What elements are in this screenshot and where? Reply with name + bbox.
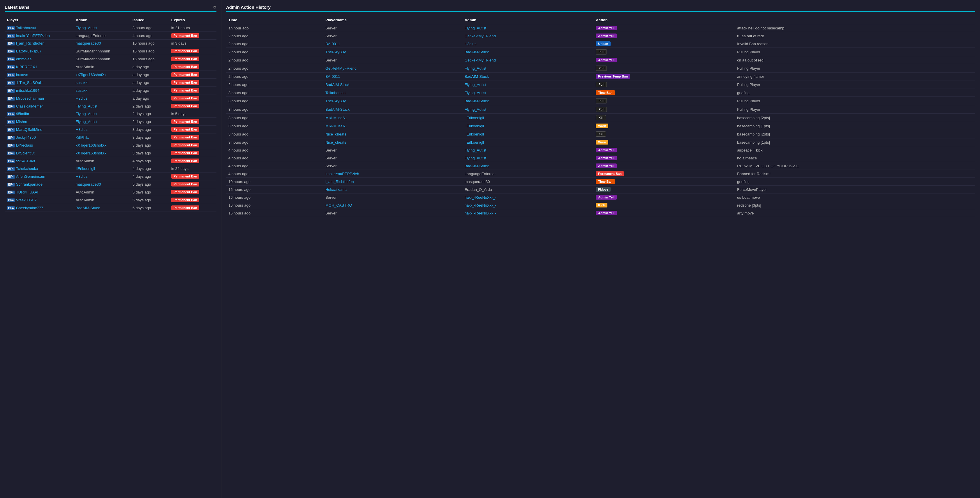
game-badge: BF4: [7, 89, 15, 93]
admin-name-link[interactable]: IlErlkoenigll: [465, 132, 484, 136]
player-cell: Server: [323, 32, 462, 40]
admin-name-link[interactable]: KillPhilx: [76, 135, 89, 140]
admin-history-heading: Admin Action History: [226, 5, 270, 10]
player-cell: BF4TURKI_UAAF: [5, 188, 73, 196]
admin-name-link[interactable]: BadAIM-Stuck: [465, 164, 489, 168]
admin-name-link[interactable]: hax-_-ReeNoXx-_-: [465, 195, 496, 200]
permanent-ban-badge: Permanent Ban: [171, 88, 200, 93]
player-name-link[interactable]: Cheekyminx777: [16, 206, 43, 210]
admin-name-link[interactable]: BadAIM-Stuck: [465, 74, 489, 79]
admin-name-link[interactable]: Flying_Autist: [465, 26, 486, 30]
admin-cell: BadAIM-Stuck: [462, 97, 594, 105]
admin-name-link[interactable]: Flying_Autist: [76, 25, 97, 30]
admin-name-link[interactable]: hax-_-ReeNoXx-_-: [465, 203, 496, 207]
admin-name-link[interactable]: GetRektMyFRiend: [465, 58, 496, 62]
expires-cell: Permanent Ban: [169, 86, 216, 94]
player-name-link[interactable]: BadAIM-Stuck: [325, 83, 350, 87]
issued-cell: 16 hours ago: [130, 47, 169, 55]
player-name-link[interactable]: Tchekchouka: [16, 166, 38, 171]
admin-name-link[interactable]: IlErlkoenigll: [465, 116, 484, 120]
admin-cell: Flying_Autist: [462, 89, 594, 97]
admin-name-link[interactable]: Flying_Autist: [76, 104, 97, 108]
player-name-link[interactable]: huxayn: [16, 73, 28, 77]
player-name-link[interactable]: BA-0011: [325, 74, 340, 79]
table-row: BF4BatbfV8sksp67SurrMaMannnnnnnn16 hours…: [5, 47, 216, 55]
admin-name-link[interactable]: Flying_Autist: [465, 107, 486, 111]
admin-name-link[interactable]: masquerade30: [76, 182, 101, 186]
admin-name-link[interactable]: Flying_Autist: [465, 148, 486, 153]
admin-name-link[interactable]: BadAIM-Stuck: [465, 99, 489, 103]
player-name-link[interactable]: 592481948: [16, 159, 35, 163]
player-name-link[interactable]: emmolaa: [16, 57, 32, 61]
admin-name-link[interactable]: BadAIM-Stuck: [465, 50, 489, 54]
player-name-link[interactable]: TURKI_UAAF: [16, 190, 40, 194]
player-name-link[interactable]: Taikahousut: [325, 91, 345, 95]
player-cell: BF4huxayn: [5, 71, 73, 79]
player-name-link[interactable]: ImakeYouPEPPzieh: [325, 172, 359, 176]
player-name-link[interactable]: Mrbosschairman: [16, 96, 44, 100]
player-name-link[interactable]: ClassicalMemer: [16, 104, 43, 108]
admin-name-link[interactable]: Flying_Autist: [465, 83, 486, 87]
admin-name-link[interactable]: IlErlkoenigll: [465, 124, 484, 128]
admin-name-link[interactable]: H3dius: [76, 174, 88, 179]
admin-cell: AutoAdmin: [73, 196, 130, 204]
player-name-link[interactable]: Hukaatkama: [325, 188, 347, 192]
player-name-link[interactable]: Jeckyll4350: [16, 135, 36, 140]
player-name-link[interactable]: GetRektMyFRiend: [325, 66, 356, 70]
admin-name-link[interactable]: susuxki: [76, 80, 88, 85]
admin-name-link[interactable]: Flying_Autist: [76, 111, 97, 116]
action-badge: Time Ban: [596, 90, 615, 95]
action-badge: FMove: [596, 187, 611, 192]
admin-name-link[interactable]: Flying_Autist: [465, 156, 486, 160]
player-name-link[interactable]: Schrankpanade: [16, 182, 43, 186]
refresh-icon[interactable]: ↻: [213, 5, 216, 10]
player-cell: Server: [323, 162, 462, 170]
player-name-link[interactable]: MaraQSaltMine: [16, 127, 42, 132]
player-name-link[interactable]: l_am_Richthofen: [16, 41, 45, 45]
admin-name-link[interactable]: hax-_-ReeNoXx-_-: [465, 211, 496, 215]
player-name-link[interactable]: BatbfV8sksp67: [16, 49, 41, 53]
player-name-link[interactable]: -bTm_SalSOuL-: [16, 80, 43, 85]
player-name-link[interactable]: Miki-MussA1: [325, 124, 347, 128]
player-name-link[interactable]: AffenGemeinsam: [16, 174, 45, 179]
table-row: 2 hours agoBA-0011BadAIM-StuckPrevious T…: [226, 73, 975, 80]
admin-name-link[interactable]: Flying_Autist: [76, 119, 97, 124]
player-name-link[interactable]: Miki-MussA1: [325, 116, 347, 120]
admin-name-link[interactable]: susuxki: [76, 88, 88, 93]
player-name-link[interactable]: ThePl4yB0y: [325, 50, 346, 54]
player-name-link[interactable]: ImakeYouPEPPzieh: [16, 33, 50, 38]
player-name-link[interactable]: DrYeclass: [16, 143, 33, 148]
player-name-link[interactable]: BadAIM-Stuck: [325, 107, 350, 111]
admin-name-link[interactable]: H3dius: [76, 127, 88, 132]
admin-name-link[interactable]: xXTiger163shotXx: [76, 73, 107, 77]
admin-name-link[interactable]: masquerade30: [76, 41, 101, 45]
player-name-link[interactable]: Vrsek005CZ: [16, 198, 37, 202]
player-name-link[interactable]: KIBERFOX1: [16, 65, 37, 69]
admin-name-link[interactable]: Flying_Autist: [465, 66, 486, 70]
admin-name-link[interactable]: BadAIM-Stuck: [76, 206, 100, 210]
player-name-link[interactable]: ThePl4yB0y: [325, 99, 346, 103]
player-name-link[interactable]: Nice_cheats: [325, 140, 346, 145]
player-name-link[interactable]: Mishm: [16, 119, 27, 124]
player-name-link[interactable]: Taikahousut: [16, 25, 36, 30]
admin-name-link[interactable]: IlErlkoenigll: [76, 166, 95, 171]
player-name-link[interactable]: MOH_CASTRO: [325, 203, 352, 207]
expires-cell: Permanent Ban: [169, 172, 216, 180]
player-name-link[interactable]: 95kalibr: [16, 111, 29, 116]
player-name-link[interactable]: l_am_Richthofen: [325, 180, 354, 184]
table-row: BF495kalibrFlying_Autist2 days agoin 5 d…: [5, 110, 216, 118]
admin-name-link[interactable]: H3dius: [76, 96, 88, 100]
player-name-link[interactable]: Nice_cheats: [325, 132, 346, 136]
admin-name-link[interactable]: GetRektMyFRiend: [465, 34, 496, 38]
admin-name-link[interactable]: H3dius: [465, 42, 476, 46]
player-name-link[interactable]: BA-0011: [325, 42, 340, 46]
admin-name-link[interactable]: Flying_Autist: [465, 91, 486, 95]
time-cell: 3 hours ago: [226, 114, 323, 122]
admin-name-link[interactable]: xXTiger163shotXx: [76, 151, 107, 155]
admin-name-link[interactable]: IlErlkoenigll: [465, 140, 484, 145]
admin-name-link[interactable]: xXTiger163shotXx: [76, 143, 107, 148]
time-cell: 2 hours ago: [226, 48, 323, 56]
action-badge-cell: Previous Temp Ban: [593, 73, 735, 80]
player-name-link[interactable]: DrScienti5t: [16, 151, 35, 155]
player-name-link[interactable]: mitschko1994: [16, 88, 39, 93]
